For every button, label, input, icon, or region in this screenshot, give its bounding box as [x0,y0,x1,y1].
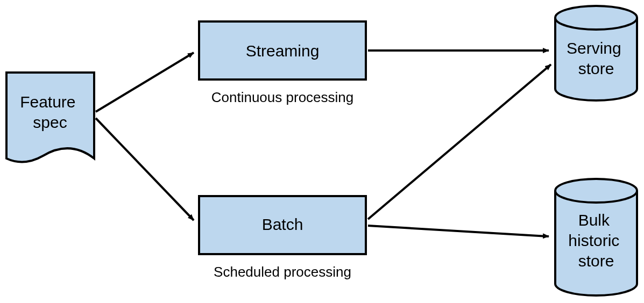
batch-node: Batch Scheduled processing [199,196,366,280]
serving-store-node: Serving store [555,6,637,100]
svg-point-4 [555,6,637,30]
serving-store-label-2: store [578,60,614,77]
bulk-store-label-3: store [578,252,614,270]
arrow-batch-to-serving [368,64,551,219]
architecture-diagram: Feature spec Streaming Continuous proces… [0,0,644,303]
feature-spec-node: Feature spec [6,73,94,162]
streaming-node: Streaming Continuous processing [199,21,366,105]
serving-store-label-1: Serving [567,39,621,57]
bulk-store-label-2: historic [568,232,619,249]
batch-label: Batch [262,215,303,233]
arrow-batch-to-bulk [368,226,549,236]
streaming-caption: Continuous processing [211,89,354,105]
bulk-store-node: Bulk historic store [555,179,637,295]
svg-point-6 [555,179,637,203]
arrow-spec-to-streaming [96,53,194,112]
streaming-label: Streaming [246,42,320,60]
feature-spec-label-2: spec [33,113,67,131]
arrow-spec-to-batch [96,118,194,220]
feature-spec-label-1: Feature [20,93,75,111]
bulk-store-label-1: Bulk [578,211,610,229]
batch-caption: Scheduled processing [214,264,351,280]
